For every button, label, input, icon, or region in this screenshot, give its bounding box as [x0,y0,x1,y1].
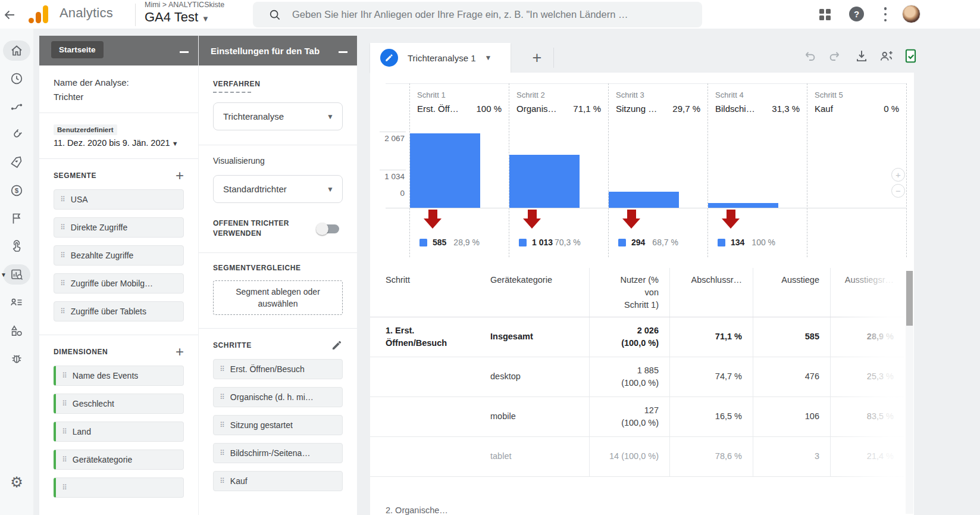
segment-chip[interactable]: ⠿USA [54,189,184,210]
dimension-chip[interactable]: ⠿Gerätekategorie [54,450,184,470]
funnel-bar[interactable] [410,133,480,208]
step-chip[interactable]: ⠿Sitzung gestartet [213,415,343,435]
abandon-rate: 28,9 % [453,238,480,247]
table-cell: 14 (100,0 %) [589,437,669,476]
undo-icon[interactable] [801,48,817,64]
step-chip[interactable]: ⠿Erst. Öffnen/Besuch [213,359,343,379]
nav-tag[interactable] [0,152,33,173]
segment-comparisons-label: SEGMENTVERGLEICHE [213,264,343,272]
funnel-column-divider [906,83,907,257]
abandon-rate: 100 % [752,238,775,247]
dimension-chip[interactable]: ⠿Geschlecht [54,394,184,414]
download-icon[interactable] [854,48,869,64]
table-row[interactable]: 1. Erst. Öffnen/BesuchInsgesamt2 026 (10… [370,317,904,357]
segment-chip-label: USA [71,195,88,204]
new-tab-button[interactable]: + [521,43,553,73]
table-row[interactable]: tablet14 (100,0 %)78,6 %321,4 % [370,437,904,477]
open-funnel-toggle[interactable] [318,224,339,233]
share-users-icon[interactable] [879,48,894,64]
funnel-step-header: Schritt 4Bildschi…31,3 % [715,90,800,114]
dimensions-title: DIMENSIONEN [54,348,108,356]
drag-handle-icon: ⠿ [220,393,224,401]
table-cell: 1 885 (100,0 %) [589,357,669,397]
funnel-step-label: Schritt 5 [815,90,899,99]
nav-home[interactable] [0,40,33,61]
technique-select[interactable]: Trichteranalyse ▼ [213,102,343,130]
segment-chip[interactable]: ⠿Direkte Zugriffe [54,217,184,238]
table-scrollbar[interactable] [906,271,913,514]
segment-chip[interactable]: ⠿Zugriffe über Tablets [54,301,184,322]
segment-chip[interactable]: ⠿Bezahlte Zugriffe [54,245,184,266]
tab-settings-title: Einstellungen für den Tab [211,46,320,56]
people-list-icon [10,295,24,310]
breadcrumb[interactable]: Mimi > ANALYTICSkiste [145,1,224,9]
tag-icon [10,155,24,170]
nav-magnet[interactable] [0,124,33,145]
topbar: Analytics Mimi > ANALYTICSkiste GA4 Test… [0,0,980,29]
chevron-down-icon: ▼ [327,113,334,121]
drag-handle-icon: ⠿ [60,307,65,316]
nav-dollar[interactable]: $ [0,180,33,201]
avatar[interactable] [902,5,920,23]
minimize-variables-button[interactable] [180,51,189,53]
abandon-arrow-icon [424,210,442,229]
search-input[interactable] [292,9,695,20]
date-range-selector[interactable]: 11. Dez. 2020 bis 9. Jän. 2021▼ [54,138,184,148]
kebab-menu-icon[interactable] [882,7,888,21]
analysis-name-value[interactable]: Trichter [54,92,184,102]
segment-dropzone[interactable]: Segment ablegen oder auswählen [213,280,343,316]
funnel-bar[interactable] [509,155,580,208]
nav-shapes[interactable] [0,320,33,341]
zoom-out-button[interactable]: − [891,184,905,198]
nav-explore[interactable]: ▼ [0,264,33,285]
nav-people-list[interactable] [0,292,33,313]
shapes-icon [10,323,24,338]
product-name: Analytics [60,5,113,21]
segment-chip[interactable]: ⠿Zugriffe über Mobilg… [54,273,184,294]
nav-admin[interactable]: ⚙ [0,473,33,491]
chevron-down-icon[interactable]: ▼ [485,54,492,62]
nav-flow[interactable] [0,96,33,117]
steps-label: SCHRITTE [213,341,252,349]
nav-touch[interactable] [0,236,33,257]
dimension-chip[interactable]: ⠿ [54,477,184,498]
funnel-step-percent: 31,3 % [772,104,800,114]
redo-icon[interactable] [828,48,843,64]
nav-flag[interactable] [0,208,33,229]
search-icon [268,8,281,21]
zoom-in-button[interactable]: + [891,168,905,182]
table-row[interactable]: desktop1 885 (100,0 %)74,7 %47625,3 % [370,357,904,397]
open-funnel-label: OFFENEN TRICHTER VERWENDEN [213,219,308,239]
step-chip[interactable]: ⠿Kauf [213,471,343,491]
nav-clock[interactable] [0,68,33,89]
sheets-export-icon[interactable] [903,48,919,64]
help-icon[interactable]: ? [849,7,864,21]
visualization-select[interactable]: Standardtrichter ▼ [213,175,343,203]
table-cell: tablet [490,450,589,463]
funnel-step-name: Sitzung … [616,104,657,114]
minimize-settings-button[interactable] [339,51,347,53]
table-cell: 71,1 % [669,317,753,357]
step-chip-label: Kauf [230,476,248,486]
funnel-step-label: Schritt 2 [516,90,601,99]
y-tick-label: 0 [370,189,405,198]
dimension-chip-label: Gerätekategorie [73,455,132,464]
drag-handle-icon: ⠿ [62,372,67,380]
step-chip[interactable]: ⠿Bildschirm-/Seitena… [213,443,343,463]
add-dimension-button[interactable]: + [176,346,184,358]
add-segment-button[interactable]: + [176,170,184,182]
back-arrow-icon[interactable] [2,8,17,22]
nav-bug[interactable] [0,348,33,369]
funnel-bar[interactable] [708,203,778,208]
dimension-chip[interactable]: ⠿Name des Events [54,366,184,386]
column-header: Nutzer (% von Schritt 1) [589,268,669,317]
apps-grid-icon[interactable] [819,9,831,20]
edit-steps-button[interactable] [331,339,343,351]
funnel-bar[interactable] [609,192,679,208]
tab-trichteranalyse-1[interactable]: Trichteranalyse 1 ▼ [370,43,511,73]
table-row[interactable]: mobile127 (100,0 %)16,5 %10683,5 % [370,397,904,437]
step-chip[interactable]: ⠿Organische (d. h. mi… [213,387,343,407]
scrollbar-thumb[interactable] [906,271,913,326]
property-selector[interactable]: GA4 Test▼ [145,10,209,25]
dimension-chip[interactable]: ⠿Land [54,422,184,442]
